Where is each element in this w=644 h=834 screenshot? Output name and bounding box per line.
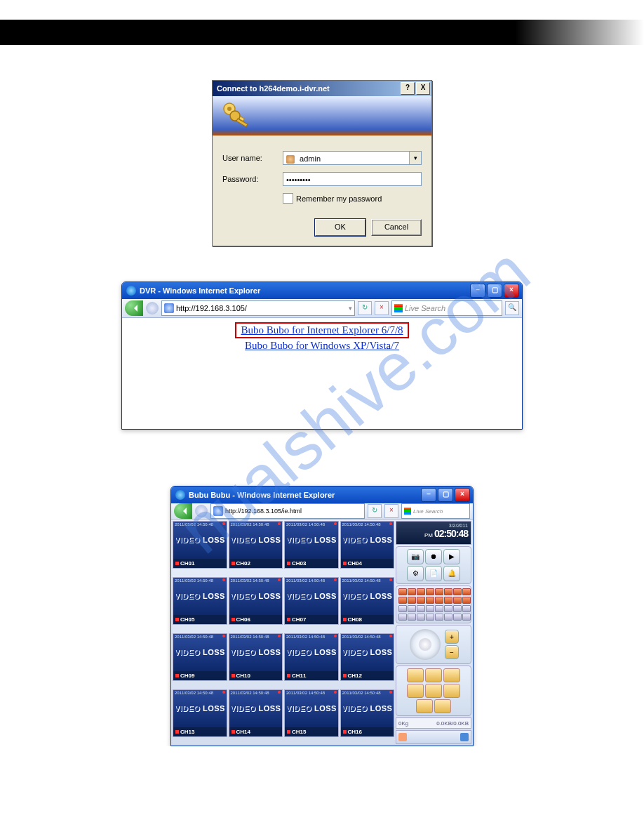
channel-cell[interactable]: 2011/03/02 14:50:48VIDEO LOSSCH04 [340, 521, 395, 569]
record-button[interactable]: ⏺ [425, 549, 442, 564]
alarm-button[interactable]: 🔔 [443, 566, 460, 581]
led[interactable] [435, 588, 443, 595]
search-box[interactable]: Live Search [391, 300, 502, 316]
search-box[interactable]: Live Search [401, 503, 470, 519]
channel-cell[interactable]: 2011/03/02 14:50:48VIDEO LOSSCH12 [340, 633, 395, 681]
led[interactable] [435, 605, 443, 612]
led[interactable] [426, 597, 434, 604]
led[interactable] [417, 588, 425, 595]
close-button[interactable]: X [416, 82, 430, 95]
layout-8[interactable] [443, 684, 460, 698]
led[interactable] [417, 597, 425, 604]
channel-cell[interactable]: 2011/03/02 14:50:48VIDEO LOSSCH13 [173, 689, 227, 737]
username-dropdown[interactable]: ▾ [409, 152, 421, 164]
status-left: 0Kg [398, 720, 408, 727]
channel-cell[interactable]: 2011/03/02 14:50:48VIDEO LOSSCH05 [173, 577, 227, 625]
link-xp-vista-7[interactable]: Bubo Bubo for Windows XP/Vista/7 [245, 340, 399, 352]
refresh-button[interactable]: ↻ [358, 301, 372, 315]
forward-button[interactable] [146, 302, 159, 315]
close-button[interactable]: × [504, 284, 519, 298]
cancel-button[interactable]: Cancel [371, 219, 422, 236]
help-button[interactable]: ? [401, 82, 415, 95]
led[interactable] [417, 614, 425, 621]
led[interactable] [426, 605, 434, 612]
led[interactable] [453, 597, 462, 604]
channel-cell[interactable]: 2011/03/02 14:50:48VIDEO LOSSCH07 [284, 577, 339, 625]
led[interactable] [453, 588, 462, 595]
channel-cell[interactable]: 2011/03/02 14:50:48VIDEO LOSSCH09 [173, 633, 227, 681]
snapshot-button[interactable]: 📷 [407, 549, 424, 564]
connect-dialog-titlebar[interactable]: Connect to h264demo.i-dvr.net ? X [213, 81, 431, 96]
led[interactable] [417, 605, 425, 612]
ie1-titlebar[interactable]: DVR - Windows Internet Explorer – ▢ × [122, 282, 522, 299]
led[interactable] [426, 588, 434, 595]
ptz-wheel[interactable] [410, 629, 441, 660]
channel-cell[interactable]: 2011/03/02 14:50:48VIDEO LOSSCH06 [229, 577, 283, 625]
address-bar[interactable]: http://192.168.3.105/ ▾ [161, 300, 355, 316]
led[interactable] [453, 605, 462, 612]
minimize-button[interactable]: – [470, 284, 485, 298]
layout-4[interactable] [425, 668, 442, 682]
led[interactable] [444, 597, 452, 604]
channel-cell[interactable]: 2011/03/02 14:50:48VIDEO LOSSCH16 [340, 689, 395, 737]
led[interactable] [462, 605, 471, 612]
maximize-button[interactable]: ▢ [438, 488, 453, 502]
channel-cell[interactable]: 2011/03/02 14:50:48VIDEO LOSSCH08 [340, 577, 395, 625]
channel-cell[interactable]: 2011/03/02 14:50:48VIDEO LOSSCH14 [229, 689, 283, 737]
user-menu-icon[interactable] [460, 733, 469, 741]
led[interactable] [462, 588, 471, 595]
playback-button[interactable]: ▶ [443, 549, 460, 564]
layout-16[interactable] [407, 684, 424, 698]
led[interactable] [435, 597, 443, 604]
led[interactable] [462, 597, 471, 604]
forward-button[interactable] [195, 505, 208, 517]
led[interactable] [444, 605, 452, 612]
log-button[interactable]: 📄 [425, 566, 442, 581]
layout-13[interactable] [416, 699, 433, 713]
led[interactable] [408, 588, 416, 595]
minimize-button[interactable]: – [421, 488, 436, 502]
back-button[interactable] [174, 503, 192, 519]
layout-9[interactable] [443, 668, 460, 682]
ie2-titlebar[interactable]: Bubu Bubu - Windows Internet Explorer – … [171, 486, 473, 503]
led[interactable] [408, 605, 416, 612]
stop-button[interactable]: × [384, 504, 398, 518]
led[interactable] [462, 614, 471, 621]
led[interactable] [408, 614, 416, 621]
username-input[interactable]: admin ▾ [283, 151, 422, 165]
channel-cell[interactable]: 2011/03/02 14:50:48VIDEO LOSSCH03 [284, 521, 339, 569]
led[interactable] [453, 614, 462, 621]
channel-cell[interactable]: 2011/03/02 14:50:48VIDEO LOSSCH15 [284, 689, 339, 737]
led[interactable] [398, 588, 407, 595]
led[interactable] [444, 588, 452, 595]
led[interactable] [408, 597, 416, 604]
link-ie-678[interactable]: Bubo Bubo for Internet Explorer 6/7/8 [235, 322, 408, 338]
address-dropdown-icon[interactable]: ▾ [349, 305, 352, 312]
channel-cell[interactable]: 2011/03/02 14:50:48VIDEO LOSSCH11 [284, 633, 339, 681]
led[interactable] [398, 614, 407, 621]
settings-button[interactable]: ⚙ [407, 566, 424, 581]
led[interactable] [398, 605, 407, 612]
close-button[interactable]: × [455, 488, 470, 502]
stop-button[interactable]: × [375, 301, 389, 315]
led[interactable] [444, 614, 452, 621]
channel-cell[interactable]: 2011/03/02 14:50:48VIDEO LOSSCH02 [229, 521, 283, 569]
layout-1[interactable] [407, 668, 424, 682]
address-bar[interactable]: http://192.168.3.105/ie.html [210, 503, 365, 519]
refresh-button[interactable]: ↻ [368, 504, 382, 518]
ptz-zoom-out[interactable]: − [445, 645, 459, 659]
password-input[interactable]: ••••••••• [283, 172, 422, 186]
remember-checkbox[interactable] [283, 193, 293, 204]
ptz-zoom-in[interactable]: + [445, 630, 459, 644]
ok-button[interactable]: OK [315, 219, 365, 236]
layout-full[interactable] [434, 699, 451, 713]
layout-6[interactable] [425, 684, 442, 698]
led[interactable] [426, 614, 434, 621]
channel-cell[interactable]: 2011/03/02 14:50:48VIDEO LOSSCH01 [173, 521, 227, 569]
search-go-button[interactable]: 🔍 [505, 301, 519, 315]
maximize-button[interactable]: ▢ [487, 284, 502, 298]
led[interactable] [398, 597, 407, 604]
led[interactable] [435, 614, 443, 621]
channel-cell[interactable]: 2011/03/02 14:50:48VIDEO LOSSCH10 [229, 633, 283, 681]
back-button[interactable] [125, 300, 143, 316]
